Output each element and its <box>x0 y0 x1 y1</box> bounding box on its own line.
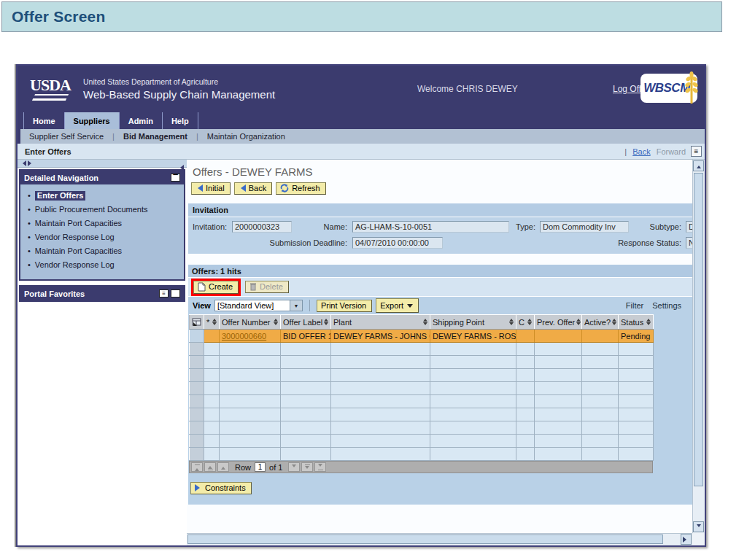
sidebar-scroll-left-icon[interactable] <box>20 160 26 166</box>
offers-table-body: 3000000660 BID OFFER 1 DEWEY FARMS - JOH… <box>190 330 654 461</box>
subnav-supplier-self-service[interactable]: Supplier Self Service <box>28 132 105 141</box>
back-button[interactable]: Back <box>234 182 272 195</box>
scroll-up-icon[interactable] <box>693 160 704 171</box>
row-selector-cell[interactable] <box>190 395 204 408</box>
invitation-number-field[interactable]: 2000000323 <box>232 221 292 233</box>
subnav-bid-management[interactable]: Bid Management <box>122 132 189 141</box>
back-link[interactable]: Back <box>632 147 650 156</box>
invitation-fields: Invitation: 2000000323 Name: AG-LHAM-S-1… <box>188 217 692 254</box>
dept-line1: United States Department of Agriculture <box>83 77 275 86</box>
column-header-status[interactable]: Status <box>619 315 654 330</box>
sort-icon <box>324 316 328 327</box>
first-row-button[interactable] <box>191 462 203 472</box>
tab-admin[interactable]: Admin <box>120 112 163 129</box>
row-selector-cell[interactable] <box>190 435 204 448</box>
prev-offer-cell <box>535 330 582 343</box>
type-field[interactable]: Dom Commodity Inv <box>540 221 629 233</box>
constraints-button[interactable]: Constraints <box>190 482 252 494</box>
column-header-offer-number[interactable]: Offer Number <box>220 315 281 330</box>
current-row-field[interactable]: 1 <box>255 462 266 472</box>
horizontal-scroll-thumb[interactable] <box>187 534 663 544</box>
sort-icon <box>274 316 278 327</box>
plant-cell: DEWEY FARMS - JOHNS CREEK <box>331 330 430 343</box>
select-all-header[interactable] <box>190 315 204 330</box>
sidebar-item-maintain-port-capacities[interactable]: Maintain Port Capacities <box>20 217 184 230</box>
settings-link[interactable]: Settings <box>652 301 681 310</box>
tab-suppliers[interactable]: Suppliers <box>65 112 120 129</box>
create-button[interactable]: Create <box>193 281 239 294</box>
view-dropdown-input[interactable] <box>214 300 290 311</box>
column-header-plant[interactable]: Plant <box>331 315 430 330</box>
subnav-maintain-organization[interactable]: Maintain Organization <box>206 132 287 141</box>
column-header-prev-offer[interactable]: Prev. Offer <box>535 315 582 330</box>
wbscm-logo-text: WBSCM <box>643 81 690 96</box>
tab-home[interactable]: Home <box>23 112 65 129</box>
column-header-c[interactable]: C <box>516 315 535 330</box>
portal-favorites-header: Portal Favorites ≡ <box>20 287 184 300</box>
chevron-down-icon[interactable]: ▼ <box>290 300 303 311</box>
page-down-button[interactable] <box>301 462 313 472</box>
initial-button[interactable]: Initial <box>191 182 231 195</box>
sort-icon <box>509 316 514 327</box>
delete-button[interactable]: Delete <box>245 281 289 293</box>
panel-window-icon[interactable] <box>171 289 180 298</box>
submission-deadline-field[interactable]: 04/07/2010 00:00:00 <box>352 237 443 249</box>
row-selector-cell[interactable] <box>190 330 204 343</box>
table-toolbar: View ▼ Print Version Export <box>188 297 692 314</box>
column-header-active[interactable]: Active? <box>582 315 619 330</box>
column-header-offer-label[interactable]: Offer Label <box>281 315 331 330</box>
scroll-right-icon[interactable] <box>681 534 692 545</box>
scroll-down-icon[interactable] <box>693 521 704 532</box>
row-down-button[interactable] <box>288 462 300 472</box>
offer-number-link[interactable]: 3000000660 <box>222 332 266 341</box>
subtype-field[interactable]: Definite <box>686 221 692 233</box>
row-selector-cell[interactable] <box>190 448 204 461</box>
sidebar-item-vendor-response-log-2[interactable]: Vendor Response Log <box>20 258 184 272</box>
forward-link[interactable]: Forward <box>657 147 686 156</box>
empty-table-row <box>190 356 654 369</box>
row-selector-cell[interactable] <box>190 343 204 356</box>
print-version-button[interactable]: Print Version <box>317 300 372 312</box>
sidebar-item-enter-offers[interactable]: Enter Offers <box>20 189 184 203</box>
row-selector-cell[interactable] <box>190 408 204 421</box>
tab-help[interactable]: Help <box>163 112 198 129</box>
empty-table-row <box>190 369 654 382</box>
vertical-scroll-thumb[interactable] <box>694 173 703 486</box>
portal-favorites-panel: Portal Favorites ≡ <box>19 285 185 302</box>
response-status-label: Response Status: <box>604 238 681 247</box>
sidebar-item-vendor-response-log[interactable]: Vendor Response Log <box>20 230 184 244</box>
page-options-icon[interactable]: ≡ <box>691 146 702 157</box>
sort-icon <box>576 316 581 327</box>
export-button[interactable]: Export <box>376 298 419 313</box>
row-selector-cell[interactable] <box>190 369 204 382</box>
filter-link[interactable]: Filter <box>626 301 643 310</box>
panel-menu-icon[interactable]: ≡ <box>159 289 169 298</box>
name-field[interactable]: AG-LHAM-S-10-0051 <box>352 221 509 233</box>
new-document-icon <box>198 282 206 292</box>
log-off-link[interactable]: Log Off <box>613 84 641 94</box>
filter-settings: Filter Settings <box>626 301 689 310</box>
column-header-shipping-point[interactable]: Shipping Point <box>430 315 516 330</box>
sidebar-item-maintain-port-capacities-2[interactable]: Maintain Port Capacities <box>20 244 184 258</box>
row-up-button[interactable] <box>217 462 229 472</box>
row-selector-cell[interactable] <box>190 356 204 369</box>
refresh-button[interactable]: Refresh <box>276 182 326 195</box>
last-row-button[interactable] <box>314 462 326 472</box>
horizontal-scrollbar <box>187 533 692 545</box>
collapse-panel-icon[interactable]: ▔ <box>171 174 180 182</box>
response-status-field[interactable]: New <box>686 237 692 249</box>
detailed-navigation-header: Detailed Navigation ▔ <box>20 171 184 184</box>
subnav-separator: | <box>196 132 198 141</box>
row-selector-cell[interactable] <box>190 421 204 435</box>
sidebar-collapse-icon[interactable] <box>177 165 184 171</box>
page-up-button[interactable] <box>204 462 216 472</box>
sidebar-item-public-procurement-documents[interactable]: Public Procurement Documents <box>20 203 184 217</box>
row-selector-cell[interactable] <box>190 382 204 395</box>
view-label: View <box>193 301 211 310</box>
trash-icon <box>249 282 257 291</box>
offers-section-header: Offers: 1 hits <box>188 265 692 278</box>
main-area: Offers - DEWEY FARMS Initial Back <box>187 160 705 545</box>
sidebar-scroll-right-icon[interactable] <box>28 160 34 166</box>
column-header-star[interactable]: * <box>204 315 220 330</box>
empty-table-row <box>190 448 654 461</box>
